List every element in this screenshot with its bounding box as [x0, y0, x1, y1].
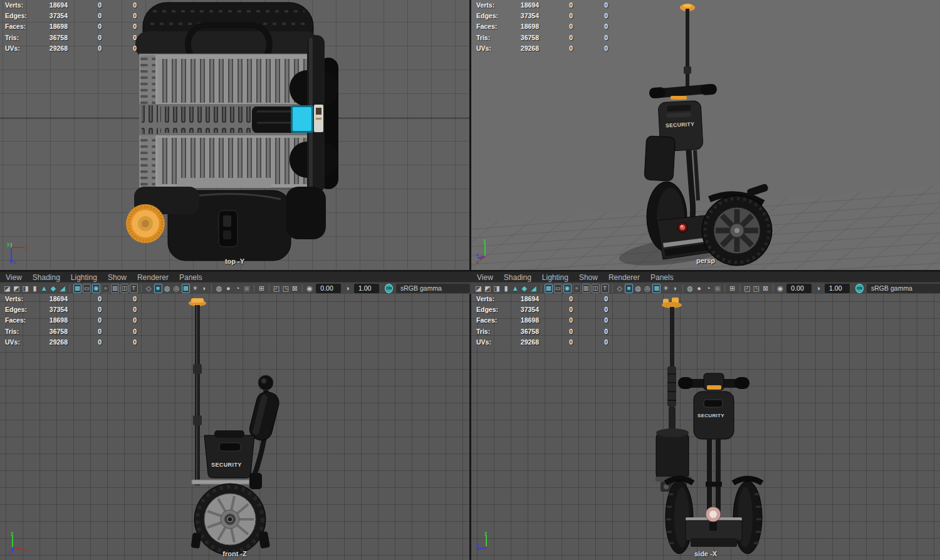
snap-to-grid-icon[interactable]: ◆ [520, 284, 528, 293]
create-bookmark-icon[interactable]: ▲ [40, 284, 48, 293]
image-plane-icon[interactable]: ◰ [743, 284, 751, 293]
toolbar-separator[interactable] [682, 284, 683, 293]
viewport-top[interactable]: Verts: 18694 0 0 Edges: 37354 0 0 Faces:… [0, 0, 469, 270]
shadows-icon[interactable]: ◗ [671, 284, 679, 293]
contrast-icon[interactable]: ◑ [343, 284, 352, 293]
lights-icon[interactable]: ☀ [191, 284, 199, 293]
menu-item[interactable]: Renderer [608, 273, 640, 282]
camera-attributes-icon[interactable]: ◨ [493, 284, 501, 293]
menu-item[interactable]: View [6, 273, 22, 282]
safe-action-icon[interactable]: ◫ [592, 284, 600, 293]
measure-tool-icon[interactable]: ◢ [530, 284, 538, 293]
menu-item[interactable]: Show [579, 273, 598, 282]
textured-mode-icon[interactable]: ▩ [652, 284, 661, 293]
toolbar-separator[interactable] [302, 284, 303, 293]
gate-mask-icon[interactable]: ● [102, 284, 110, 293]
camera-attributes-icon[interactable]: ◨ [21, 284, 29, 293]
wireframe-on-shaded-icon[interactable]: ◍ [634, 284, 642, 293]
viewport-side[interactable]: SECURITY [471, 294, 940, 560]
color-management-on-badge[interactable]: ON [385, 284, 393, 293]
viewport-persp[interactable]: SECURITY [471, 0, 940, 270]
multisample-icon[interactable]: ▣ [714, 284, 722, 293]
menu-item[interactable]: Panels [179, 273, 202, 282]
bookmark-icon[interactable]: ▮ [502, 284, 510, 293]
material-ball-icon[interactable]: ● [695, 284, 703, 293]
bookmark-icon[interactable]: ▮ [31, 284, 39, 293]
image-plane-options-icon[interactable]: ◳ [752, 284, 760, 293]
toolbar-separator[interactable] [141, 284, 142, 293]
toolbar-separator[interactable] [211, 284, 212, 293]
film-gate-icon[interactable]: ▭ [83, 284, 91, 293]
exposure-icon[interactable]: ◉ [306, 284, 314, 293]
motion-blur-icon[interactable]: ◔ [234, 284, 242, 293]
toolbar-separator[interactable] [612, 284, 613, 293]
lock-camera-icon[interactable]: ◩ [13, 284, 21, 293]
shadows-icon[interactable]: ◗ [201, 284, 209, 293]
wireframe-on-shaded-icon[interactable]: ◍ [164, 284, 172, 293]
exposure-field[interactable]: 0.00 [786, 284, 812, 293]
image-plane-options-icon[interactable]: ◳ [281, 284, 290, 293]
pan-zoom-camera-icon[interactable]: ◪ [474, 284, 483, 293]
safe-action-icon[interactable]: ◫ [120, 284, 128, 293]
menu-item[interactable]: Shading [504, 273, 531, 282]
smooth-shade-all-icon[interactable]: ■ [154, 284, 162, 293]
create-bookmark-icon[interactable]: ▲ [511, 284, 520, 293]
pan-zoom-camera-icon[interactable]: ◪ [3, 284, 11, 293]
isolate-select-icon[interactable]: ⊞ [728, 284, 736, 293]
safe-title-icon[interactable]: T [130, 284, 138, 293]
gamma-field[interactable]: 1.00 [825, 284, 850, 293]
image-plane-icon[interactable]: ◰ [273, 284, 281, 293]
material-ball-icon[interactable]: ● [224, 284, 232, 293]
menu-item[interactable]: Shading [33, 273, 60, 282]
view-transform-dropdown[interactable]: sRGB gamma [867, 284, 940, 293]
wireframe-icon[interactable]: ◇ [615, 284, 624, 293]
toolbar-separator[interactable] [773, 284, 773, 293]
hud-row: UVs: 29268 0 0 [0, 43, 137, 54]
gamma-field[interactable]: 1.00 [354, 284, 379, 293]
film-gate-icon[interactable]: ▭ [554, 284, 562, 293]
exposure-field[interactable]: 0.00 [316, 284, 341, 293]
menu-item[interactable]: Lighting [71, 273, 97, 282]
exposure-icon[interactable]: ◉ [776, 284, 785, 293]
flat-shade-icon[interactable]: ◎ [644, 284, 652, 293]
default-material-icon[interactable]: ◍ [686, 284, 694, 293]
lights-icon[interactable]: ☀ [662, 284, 670, 293]
select-camera-icon[interactable]: ⊠ [761, 284, 770, 293]
field-chart-icon[interactable]: ▥ [111, 284, 119, 293]
motion-blur-icon[interactable]: ◔ [704, 284, 713, 293]
default-material-icon[interactable]: ◍ [215, 284, 223, 293]
resolution-gate-icon[interactable]: ◉ [563, 284, 572, 293]
measure-tool-icon[interactable]: ◢ [58, 284, 66, 293]
grid-toggle-icon[interactable]: ▦ [545, 284, 553, 293]
toolbar-separator[interactable] [269, 284, 269, 293]
snap-to-grid-icon[interactable]: ◆ [50, 284, 58, 293]
menu-item[interactable]: Show [108, 273, 127, 282]
viewport-front[interactable]: SECURITY [0, 294, 469, 560]
flat-shade-icon[interactable]: ◎ [172, 284, 180, 293]
toolbar-separator[interactable] [70, 284, 70, 293]
view-transform-dropdown[interactable]: sRGB gamma [396, 284, 470, 293]
toolbar-separator[interactable] [724, 284, 725, 293]
select-camera-icon[interactable]: ⊠ [291, 284, 299, 293]
toolbar-separator[interactable] [739, 284, 740, 293]
field-chart-icon[interactable]: ▥ [582, 284, 590, 293]
textured-mode-icon[interactable]: ▩ [182, 284, 190, 293]
menu-item[interactable]: Lighting [542, 273, 568, 282]
lock-camera-icon[interactable]: ◩ [484, 284, 492, 293]
color-management-on-badge[interactable]: ON [855, 284, 864, 293]
contrast-icon[interactable]: ◑ [814, 284, 822, 293]
resolution-gate-icon[interactable]: ◉ [92, 284, 100, 293]
wireframe-icon[interactable]: ◇ [145, 284, 153, 293]
grid-toggle-icon[interactable]: ▦ [73, 284, 81, 293]
multisample-icon[interactable]: ▣ [243, 284, 251, 293]
menu-item[interactable]: Panels [650, 273, 674, 282]
safe-title-icon[interactable]: T [601, 284, 609, 293]
smooth-shade-all-icon[interactable]: ■ [625, 284, 633, 293]
isolate-select-icon[interactable]: ⊞ [258, 284, 266, 293]
hub-light [706, 507, 721, 522]
menu-item[interactable]: Renderer [137, 273, 169, 282]
toolbar-separator[interactable] [254, 284, 254, 293]
toolbar-separator[interactable] [541, 284, 541, 293]
menu-item[interactable]: View [477, 273, 493, 282]
gate-mask-icon[interactable]: ● [573, 284, 581, 293]
